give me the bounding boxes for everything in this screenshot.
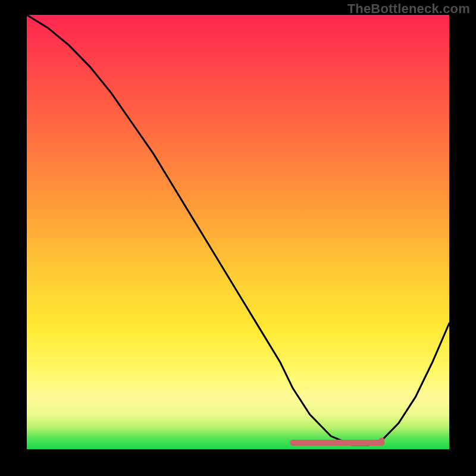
chart-frame: TheBottleneck.com xyxy=(0,0,476,476)
plot-area xyxy=(27,15,449,449)
trough-end-marker xyxy=(378,437,384,443)
curve-layer xyxy=(27,15,449,449)
watermark-text: TheBottleneck.com xyxy=(347,1,470,17)
bottleneck-curve xyxy=(27,15,449,445)
